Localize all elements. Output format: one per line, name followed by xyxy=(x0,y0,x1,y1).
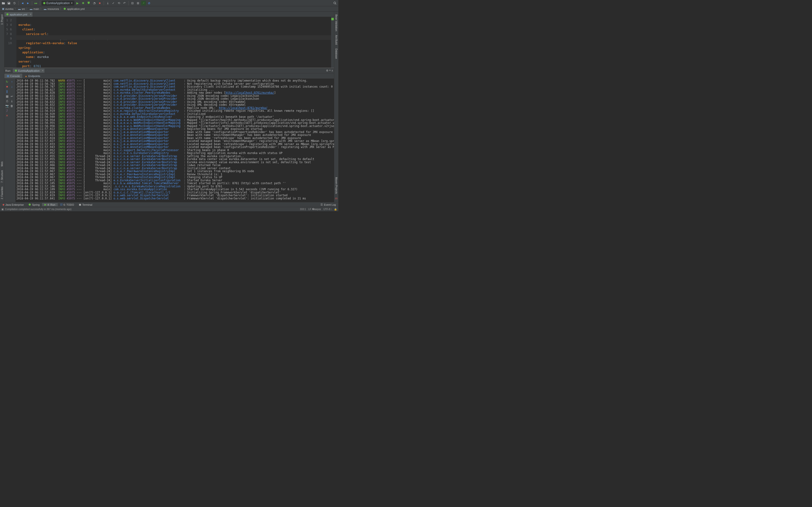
tool-bean-validation[interactable]: Bean Validation xyxy=(335,13,338,32)
line-gutter: 1 2 3 4 5 6 7 8 9 10 xyxy=(4,17,16,68)
tool-favorites[interactable]: 2: Favorites xyxy=(1,186,3,200)
endpoints-tab[interactable]: ▲Endpoints xyxy=(22,74,43,78)
services-icon[interactable]: ⊞ xyxy=(136,1,140,6)
console-wrap: ↻↑ ■↓ ∥ ▦↩ ⎙⤓ 📷🗑 ⤴ ✕ 2018-04-19 06:11:56… xyxy=(4,79,334,202)
endpoints-icon: ▲ xyxy=(24,74,27,77)
stop-icon[interactable]: ■ xyxy=(5,84,9,89)
minimize-icon[interactable]: ± xyxy=(332,69,333,72)
debug-icon[interactable]: ✱ xyxy=(81,1,86,6)
folder-icon: ▬ xyxy=(18,7,21,10)
run-tab[interactable]: ⬢ EurekaApplication × xyxy=(13,68,45,73)
tool-maven[interactable]: Maven Projects xyxy=(335,176,338,195)
save-all-icon[interactable] xyxy=(6,1,11,6)
tab-terminal[interactable]: ▣Terminal xyxy=(77,203,95,206)
vcs-history-icon[interactable]: ⟲ xyxy=(116,1,121,6)
code-editor[interactable]: 1 2 3 4 5 6 7 8 9 10 eureka: client: ser… xyxy=(4,17,334,68)
breadcrumb-resources[interactable]: ▬resources xyxy=(44,7,59,10)
spring-icon: ⬢ xyxy=(43,1,45,5)
forward-icon[interactable]: ► xyxy=(26,1,31,6)
run-configuration-selector[interactable]: ⬢ EurekaApplication ▼ xyxy=(42,1,74,6)
breadcrumb-main[interactable]: ▬main xyxy=(30,7,39,10)
vcs-revert-icon[interactable]: ↶ xyxy=(122,1,127,6)
exit-icon[interactable]: ⤴ xyxy=(5,109,9,113)
left-tool-strip: 1: Project Web 7: Structure 2: Favorites xyxy=(0,12,4,202)
run-sub-tabs: ▤Console ▲Endpoints xyxy=(4,73,334,79)
main-area: 1: Project Web 7: Structure 2: Favorites… xyxy=(0,12,338,202)
structure-icon[interactable]: ⊟ xyxy=(130,1,135,6)
search-icon[interactable] xyxy=(333,1,337,6)
tool-project[interactable]: 1: Project xyxy=(1,13,3,25)
encoding[interactable]: UTF-8 ⁝ xyxy=(323,208,332,211)
vcs-update-icon[interactable]: ⤓ xyxy=(105,1,110,6)
right-tool-strip: Bean Validation Ant Build Database Maven… xyxy=(334,12,338,202)
clear-icon[interactable]: 🗑 xyxy=(10,104,14,108)
tab-run[interactable]: ▶4: Run xyxy=(42,203,57,206)
chevron-down-icon: ▼ xyxy=(71,2,73,4)
run-icon[interactable]: ▶ xyxy=(75,1,80,6)
profile-icon[interactable]: ◔ xyxy=(92,1,97,6)
tool-ant-build[interactable]: Ant Build xyxy=(335,34,338,46)
console-output[interactable]: 2018-04-19 06:11:56.782 WARN 45975 --- [… xyxy=(15,79,334,202)
error-stripe[interactable] xyxy=(331,17,334,68)
code-content[interactable]: eureka: client: service-url: defaultZone… xyxy=(16,17,331,68)
sync-icon[interactable] xyxy=(12,1,17,6)
log-link[interactable]: http://localhost:8761/eureka/ xyxy=(226,91,274,95)
spring-icon: ⬢ xyxy=(15,69,17,72)
editor-tab[interactable]: ⬢ application.yml × xyxy=(4,12,33,17)
console-tab[interactable]: ▤Console xyxy=(4,74,22,78)
caret-position[interactable]: 333:1 xyxy=(300,208,306,211)
close-icon[interactable]: × xyxy=(30,13,32,16)
toggle-tool-windows-icon[interactable]: ▣ xyxy=(1,208,4,211)
svg-point-0 xyxy=(334,2,336,4)
bottom-tool-tabs: ◆Java Enterprise ⬢Spring ▶4: Run ☑6: TOD… xyxy=(0,202,338,207)
breadcrumb: ▣eureka 〉 ▬src 〉 ▬main 〉 ▬resources 〉 ⬢a… xyxy=(0,6,338,12)
gear-icon[interactable]: ⚙ xyxy=(326,69,328,72)
tab-todo[interactable]: ☑6: TODO xyxy=(58,203,77,206)
scroll-icon[interactable]: ⤓ xyxy=(10,99,14,103)
console-toolbar: ↻↑ ■↓ ∥ ▦↩ ⎙⤓ 📷🗑 ⤴ ✕ xyxy=(4,79,15,202)
vcs-commit-icon[interactable]: ✓ xyxy=(111,1,116,6)
tab-spring[interactable]: ⬢Spring xyxy=(26,203,42,206)
dump-icon[interactable]: 📷 xyxy=(5,104,9,108)
close-icon[interactable]: ✕ xyxy=(5,113,9,118)
todo-icon: ☑ xyxy=(60,203,63,206)
tool-database[interactable]: Database xyxy=(335,48,338,60)
up-icon[interactable]: ↑ xyxy=(10,80,14,84)
down-icon[interactable]: ↓ xyxy=(10,84,14,89)
layout-icon[interactable]: ▦ xyxy=(5,94,9,99)
maven-m-icon[interactable]: m xyxy=(335,197,338,200)
javaee-icon: ◆ xyxy=(2,203,4,206)
tool-web[interactable]: Web xyxy=(1,161,3,167)
editor-split: 1 2 3 4 5 6 7 8 9 10 eureka: client: ser… xyxy=(4,17,334,202)
rerun-icon[interactable]: ↻ xyxy=(5,80,9,84)
wrap-icon[interactable]: ↩ xyxy=(10,94,14,99)
folder-icon: ▬ xyxy=(30,7,33,10)
tab-event-log[interactable]: ☰Event Log xyxy=(318,203,338,206)
terminal-icon: ▣ xyxy=(79,203,81,206)
spring-icon: ⬢ xyxy=(29,203,31,206)
run-label: Run: xyxy=(5,69,11,72)
build-icon[interactable]: ▸▸ xyxy=(34,1,39,6)
pause-icon[interactable]: ∥ xyxy=(5,89,9,94)
coverage-icon[interactable]: ⛊ xyxy=(86,1,91,6)
tool-structure[interactable]: 7: Structure xyxy=(1,169,3,184)
console-icon: ▤ xyxy=(7,74,9,77)
run-header-actions: ⚙▾ ± xyxy=(326,69,333,72)
stop-icon[interactable]: ■ xyxy=(97,1,102,6)
tab-java-enterprise[interactable]: ◆Java Enterprise xyxy=(0,203,26,206)
print-icon[interactable]: ⎙ xyxy=(5,99,9,103)
status-message: Compilation completed successfully in 36… xyxy=(5,208,71,211)
forbid-icon[interactable]: ⊘ xyxy=(147,1,152,6)
run-config-label: EurekaApplication xyxy=(46,1,70,5)
open-icon[interactable] xyxy=(1,1,6,6)
close-icon[interactable]: × xyxy=(42,69,44,72)
breadcrumb-file[interactable]: ⬢application.yml xyxy=(63,7,85,10)
breadcrumb-src[interactable]: ▬src xyxy=(18,7,26,10)
http-icon[interactable]: ↗ xyxy=(141,1,146,6)
status-bar: ▣ Compilation completed successfully in … xyxy=(0,207,338,211)
editor-tab-label: application.yml xyxy=(10,13,27,16)
lock-icon[interactable]: 🔒 xyxy=(334,208,337,211)
back-icon[interactable]: ◄ xyxy=(20,1,25,6)
breadcrumb-root[interactable]: ▣eureka xyxy=(2,7,13,10)
line-separator[interactable]: LF �виров xyxy=(308,208,321,211)
